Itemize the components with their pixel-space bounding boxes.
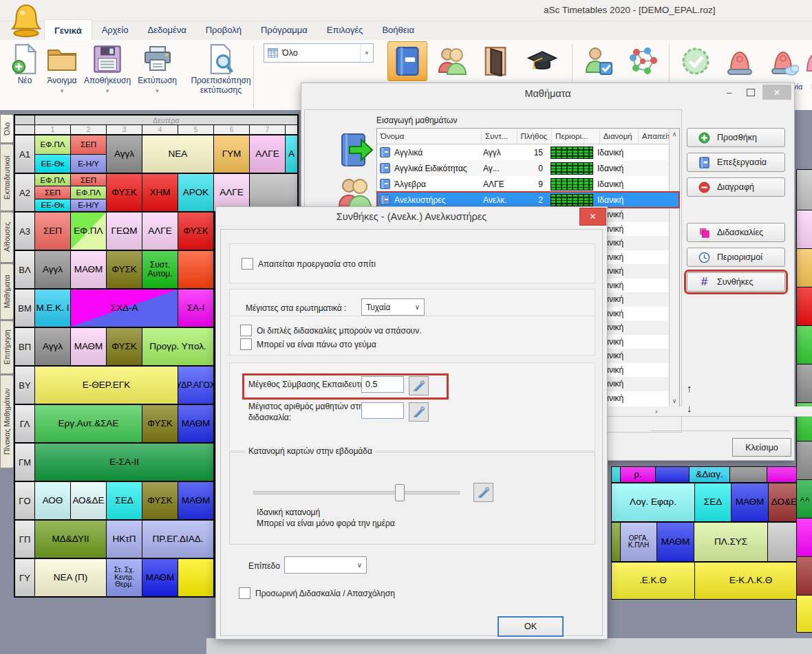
menu-item-5[interactable]: Επιλογές [317, 19, 373, 40]
lesson-card[interactable]: ΕΦ.ΠΛ [71, 212, 106, 250]
homework-checkbox-row[interactable]: Απαιτείται προεργασία στο σπίτι [242, 258, 376, 270]
chevron-down-icon[interactable]: ▾ [106, 87, 109, 94]
lesson-card[interactable]: Α [286, 135, 297, 173]
doubles-break-checkbox-row[interactable]: Οι διπλές διδασκαλίες μπορούν να σπάσουν… [240, 325, 422, 336]
reorder-arrows[interactable]: ↑ ↓ [687, 379, 692, 418]
sidebar-tab-1[interactable]: Εκπαιδευτικοί [0, 144, 13, 211]
lesson-card[interactable]: Αγγλ [35, 251, 70, 288]
lesson-card[interactable]: Ε-ΘΕΡ.ΕΓΚ [35, 367, 178, 404]
lesson-card[interactable]: .Ε.Κ.Θ [612, 563, 694, 599]
vertical-scrollbar[interactable]: ∧∨ [669, 129, 679, 406]
lesson-card[interactable]: ΦΥΣΚ [107, 251, 142, 288]
lesson-card[interactable]: Στ. Σχ. Κεντρ. Θερμ. [107, 559, 142, 596]
column-header[interactable]: Πλήθος [517, 129, 553, 144]
file-action-4[interactable]: Προεπισκόπηση εκτύπωσης [184, 42, 258, 104]
lesson-card[interactable] [612, 523, 620, 561]
close-button[interactable]: ✕ [762, 85, 791, 100]
lesson-card[interactable]: ΣΕΠ [71, 174, 106, 186]
temporary-checkbox-row[interactable]: Προσωρινή Διδασκαλία / Απασχόληση [239, 587, 395, 599]
menu-item-0[interactable]: Γενικά [44, 19, 92, 40]
checkbox-icon[interactable] [240, 338, 252, 350]
close-dialog-button[interactable]: Κλείσιμο [732, 438, 791, 457]
menu-item-3[interactable]: Προβολή [196, 19, 251, 40]
lesson-card[interactable]: ΦΥΣΚ [142, 482, 178, 519]
subject-row[interactable]: ΆλγεβραΑΛΓΕ9Ιδανική [377, 176, 679, 192]
max-students-input[interactable] [361, 402, 404, 419]
subjects-button-3[interactable]: Διδασκαλίες [687, 223, 785, 242]
lesson-card[interactable] [612, 467, 620, 482]
view-combobox[interactable]: Όλο ▾ [264, 43, 374, 63]
close-button[interactable]: ✕ [579, 208, 606, 226]
max-questions-select[interactable]: Τυχαία ∨ [361, 298, 425, 316]
column-header[interactable]: Διανομή [600, 129, 639, 144]
lesson-card[interactable]: Προγρ. Υπολ. [142, 328, 213, 365]
subjects-button-2[interactable]: Διαγραφή [687, 177, 785, 197]
lesson-card[interactable] [250, 174, 297, 211]
lesson-card[interactable]: ΜΑΘΜ [178, 482, 213, 519]
move-down-icon[interactable]: ↓ [687, 399, 692, 419]
over-lunch-checkbox-row[interactable]: Μπορεί να είναι πάνω στο γεύμα [240, 338, 376, 350]
lesson-card[interactable] [178, 559, 213, 596]
lesson-card[interactable]: Συστ. Αυτομ. [142, 251, 178, 288]
lesson-card[interactable]: ΠΛ.ΣΥΣ [694, 523, 767, 561]
lesson-card[interactable]: ΦΥΣΚ [142, 405, 178, 442]
module-button-9[interactable]: Ετ [806, 41, 812, 91]
sidebar-tab-4[interactable]: Επιτήρηση [0, 320, 13, 374]
lesson-card[interactable]: ΜΑΘΜ [142, 559, 178, 596]
contract-size-tools-button[interactable] [409, 376, 429, 395]
menu-item-1[interactable]: Αρχείο [92, 19, 138, 40]
level-select[interactable]: ∨ [284, 556, 367, 574]
lesson-card[interactable] [797, 557, 812, 595]
lesson-card[interactable]: ΣΕΔ [107, 482, 142, 519]
subject-row[interactable]: Αγγλικά ΕιδικότηταςΑγ...0Ιδανική [377, 160, 679, 176]
file-action-0[interactable]: Νέο [10, 42, 40, 104]
distribution-slider-track[interactable] [253, 491, 460, 494]
timetable-fragment-right[interactable]: Α Α [796, 169, 812, 633]
lesson-card[interactable]: ΑΛΓΕ [250, 135, 285, 173]
file-action-1[interactable]: Άνοιγμα▾ [47, 42, 77, 104]
lesson-card[interactable]: ΜΔ&ΔΥΙΙ [35, 521, 106, 558]
lesson-card[interactable] [797, 210, 812, 248]
chevron-down-icon[interactable]: ▾ [360, 44, 373, 62]
lesson-card[interactable]: ΦΥΣΚ [107, 174, 142, 211]
lesson-card[interactable] [797, 519, 812, 556]
lesson-card[interactable]: ΕΕ-Θκ [35, 199, 70, 211]
contract-size-input[interactable] [361, 376, 404, 393]
lesson-card[interactable]: ΕΦ.ΠΛ [35, 135, 70, 154]
subjects-button-5[interactable]: #Συνθήκες [687, 272, 785, 292]
resize-grip[interactable]: ⋰ [785, 451, 792, 458]
lesson-card[interactable]: ΜΑΘΜ [178, 405, 213, 442]
lesson-card[interactable]: ΠΡ.ΕΓ.ΔΙΑΔ. [142, 521, 213, 558]
sidebar-tab-0[interactable]: Όλο [0, 114, 13, 143]
lesson-card[interactable] [730, 467, 767, 482]
chevron-right-icon[interactable]: › [655, 407, 658, 415]
lesson-card[interactable]: ΝΕΑ [142, 135, 213, 173]
lesson-card[interactable]: Εργ.Αυτ.&ΣΑΕ [35, 405, 142, 442]
lesson-card[interactable]: ΓΥΜ [214, 135, 249, 173]
max-students-tools-button[interactable] [409, 402, 429, 422]
distribution-slider-thumb[interactable] [395, 484, 405, 501]
app-bell-icon[interactable] [11, 2, 41, 39]
lesson-card[interactable]: ΜΑΘΜ [731, 483, 768, 521]
menu-item-6[interactable]: Βοήθεια [372, 19, 424, 40]
move-up-icon[interactable]: ↑ [687, 379, 692, 399]
maximize-button[interactable] [740, 85, 761, 100]
lesson-card[interactable] [797, 596, 812, 632]
lesson-card[interactable] [656, 467, 689, 482]
lesson-card[interactable]: Αγγλ [35, 328, 70, 365]
lesson-card[interactable]: ρ. [621, 467, 655, 482]
lesson-card[interactable] [797, 364, 812, 402]
lesson-card[interactable]: ΜΑΘΜ [657, 523, 694, 561]
lesson-card[interactable]: ΑΛΓΕ [214, 174, 249, 211]
lesson-card[interactable]: ΦΥΣΚ [178, 212, 213, 250]
lesson-card-stack[interactable]: ΕΦ.ΠΛΣΕΠΕΕ-Θκ [35, 174, 70, 211]
chevron-up-icon[interactable]: ∧ [672, 131, 677, 138]
timetable-fragment-bottom[interactable]: ρ.&Διαγ.Λογ. Εφαρ.ΣΕΔΜΑΘΜΔΟ&ΕΣΟΡΓΑ. Κ.ΠΛ… [611, 466, 812, 600]
subjects-button-4[interactable]: Περιορισμοί [687, 248, 785, 267]
lesson-card[interactable]: ΣΧΔ-Α [71, 290, 178, 327]
lesson-card[interactable]: ΑΡΟΚ [178, 174, 213, 211]
lesson-card-stack[interactable]: ΕΦ.ΠΛΕΕ-Θκ [35, 135, 70, 173]
lesson-card[interactable]: Λογ. Εφαρ. [612, 483, 694, 521]
lesson-card[interactable]: ΣΕΔ [695, 483, 731, 521]
lesson-card[interactable]: &Διαγ. [690, 467, 729, 482]
